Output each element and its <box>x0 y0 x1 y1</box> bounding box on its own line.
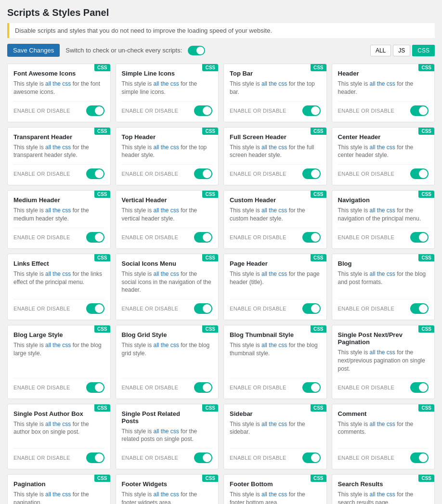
toggle-blog-thumbnail-style[interactable] <box>302 382 321 393</box>
toggle-full-screen-header[interactable] <box>302 168 321 179</box>
toggle-navigation[interactable] <box>410 232 429 243</box>
enable-label-header: ENABLE OR DISABLE <box>338 108 395 114</box>
card-desc-sidebar: This style is all the css for the sideba… <box>230 420 321 444</box>
enable-label-blog-large-style: ENABLE OR DISABLE <box>13 385 70 390</box>
card-social-icons-menu: CSS Social Icons Menu This style is all … <box>116 254 219 320</box>
card-desc-top-bar: This style is all the css for the top ba… <box>230 80 321 96</box>
card-footer-blog-grid-style: ENABLE OR DISABLE <box>122 378 213 393</box>
card-desc-vertical-header: This style is all the css for the vertic… <box>122 207 213 223</box>
toggle-single-post-pagination[interactable] <box>410 382 429 393</box>
filter-css-button[interactable]: CSS <box>412 45 435 56</box>
card-desc-blog-grid-style: This style is all the css for the blog g… <box>122 341 213 373</box>
toggle-header[interactable] <box>410 105 429 116</box>
save-button[interactable]: Save Changes <box>7 44 60 57</box>
card-footer-top-header: ENABLE OR DISABLE <box>122 164 213 179</box>
card-navigation: CSS Navigation This style is all the css… <box>332 190 435 249</box>
card-badge-top-bar: CSS <box>311 64 326 71</box>
toggle-transparent-header[interactable] <box>86 168 104 179</box>
toggle-font-awesome-icons[interactable] <box>86 105 104 116</box>
toggle-blog-grid-style[interactable] <box>194 382 212 393</box>
card-page-header: CSS Page Header This style is all the cs… <box>223 254 327 320</box>
card-footer-font-awesome-icons: ENABLE OR DISABLE <box>13 101 104 116</box>
card-badge-font-awesome-icons: CSS <box>94 64 110 71</box>
card-title-blog: Blog <box>338 260 429 267</box>
card-title-medium-header: Medium Header <box>13 196 104 204</box>
card-footer-blog-thumbnail-style: ENABLE OR DISABLE <box>230 378 321 393</box>
toggle-blog-large-style[interactable] <box>86 382 104 393</box>
card-single-post-related-posts: CSS Single Post Related Posts This style… <box>116 404 219 470</box>
card-top-header: CSS Top Header This style is all the css… <box>116 127 219 186</box>
card-top-bar: CSS Top Bar This style is all the css fo… <box>223 64 327 122</box>
enable-label-sidebar: ENABLE OR DISABLE <box>230 455 286 461</box>
cards-grid: CSS Font Awesome Icons This style is all… <box>7 64 435 504</box>
card-title-transparent-header: Transparent Header <box>13 133 104 141</box>
toggle-sidebar[interactable] <box>302 452 321 463</box>
toggle-blog[interactable] <box>410 303 429 314</box>
card-title-links-effect: Links Effect <box>13 260 104 267</box>
card-footer-single-post-pagination: ENABLE OR DISABLE <box>338 378 429 393</box>
toggle-center-header[interactable] <box>410 168 429 179</box>
card-pagination: CSS Pagination This style is all the css… <box>7 474 111 504</box>
card-blog-grid-style: CSS Blog Grid Style This style is all th… <box>116 325 219 399</box>
toggle-medium-header[interactable] <box>86 232 104 243</box>
toggle-single-post-related-posts[interactable] <box>194 452 212 463</box>
card-title-sidebar: Sidebar <box>230 410 321 417</box>
card-center-header: CSS Center Header This style is all the … <box>332 127 435 186</box>
card-comment: CSS Comment This style is all the css fo… <box>332 404 435 470</box>
card-title-single-post-author-box: Single Post Author Box <box>13 410 104 417</box>
check-all-label: Switch to check or un-check every script… <box>65 47 182 54</box>
toggle-custom-header[interactable] <box>302 232 321 243</box>
card-badge-simple-line-icons: CSS <box>202 64 218 71</box>
card-title-blog-thumbnail-style: Blog Thumbnail Style <box>230 331 321 338</box>
card-desc-navigation: This style is all the css for the naviga… <box>338 207 429 223</box>
check-all-toggle[interactable] <box>188 46 205 55</box>
card-desc-blog: This style is all the css for the blog a… <box>338 270 429 294</box>
card-desc-pagination: This style is all the css for the pagina… <box>13 491 104 504</box>
card-title-social-icons-menu: Social Icons Menu <box>122 260 213 267</box>
card-blog: CSS Blog This style is all the css for t… <box>332 254 435 320</box>
card-badge-top-header: CSS <box>202 128 218 135</box>
toggle-top-bar[interactable] <box>302 105 321 116</box>
filter-js-button[interactable]: JS <box>393 45 410 56</box>
card-badge-social-icons-menu: CSS <box>202 254 218 261</box>
card-desc-comment: This style is all the css for the commen… <box>338 420 429 444</box>
card-footer-sidebar: ENABLE OR DISABLE <box>230 448 321 463</box>
card-desc-header: This style is all the css for the header… <box>338 80 429 96</box>
card-desc-single-post-related-posts: This style is all the css for the relate… <box>122 427 213 444</box>
toggle-single-post-author-box[interactable] <box>86 452 104 463</box>
toggle-links-effect[interactable] <box>86 303 104 314</box>
card-footer-page-header: ENABLE OR DISABLE <box>230 299 321 314</box>
card-desc-top-header: This style is all the css for the top he… <box>122 143 213 160</box>
card-title-vertical-header: Vertical Header <box>122 196 213 204</box>
card-footer-transparent-header: ENABLE OR DISABLE <box>13 164 104 179</box>
card-footer-links-effect: ENABLE OR DISABLE <box>13 299 104 314</box>
card-blog-thumbnail-style: CSS Blog Thumbnail Style This style is a… <box>223 325 327 399</box>
toolbar: Save Changes Switch to check or un-check… <box>7 44 435 57</box>
enable-label-custom-header: ENABLE OR DISABLE <box>230 234 286 240</box>
card-title-simple-line-icons: Simple Line Icons <box>122 70 213 77</box>
card-badge-single-post-author-box: CSS <box>94 404 110 412</box>
card-title-navigation: Navigation <box>338 196 429 204</box>
enable-label-top-header: ENABLE OR DISABLE <box>122 171 179 177</box>
card-desc-blog-large-style: This style is all the css for the blog l… <box>13 341 104 373</box>
card-desc-transparent-header: This style is all the css for the transp… <box>13 143 104 160</box>
toggle-top-header[interactable] <box>194 168 212 179</box>
enable-label-page-header: ENABLE OR DISABLE <box>230 306 286 311</box>
card-badge-vertical-header: CSS <box>202 191 218 198</box>
card-badge-blog-thumbnail-style: CSS <box>311 325 326 333</box>
toggle-vertical-header[interactable] <box>194 232 212 243</box>
card-badge-links-effect: CSS <box>94 254 110 261</box>
filter-all-button[interactable]: ALL <box>370 45 391 56</box>
card-footer-full-screen-header: ENABLE OR DISABLE <box>230 164 321 179</box>
toggle-comment[interactable] <box>410 452 429 463</box>
card-desc-full-screen-header: This style is all the css for the full s… <box>230 143 321 160</box>
card-sidebar: CSS Sidebar This style is all the css fo… <box>223 404 327 470</box>
toggle-social-icons-menu[interactable] <box>194 303 212 314</box>
card-title-footer-widgets: Footer Widgets <box>122 480 213 488</box>
card-single-post-author-box: CSS Single Post Author Box This style is… <box>7 404 111 470</box>
card-footer-medium-header: ENABLE OR DISABLE <box>13 228 104 243</box>
card-links-effect: CSS Links Effect This style is all the c… <box>7 254 111 320</box>
card-desc-single-post-author-box: This style is all the css for the author… <box>13 420 104 444</box>
toggle-simple-line-icons[interactable] <box>194 105 212 116</box>
toggle-page-header[interactable] <box>302 303 321 314</box>
